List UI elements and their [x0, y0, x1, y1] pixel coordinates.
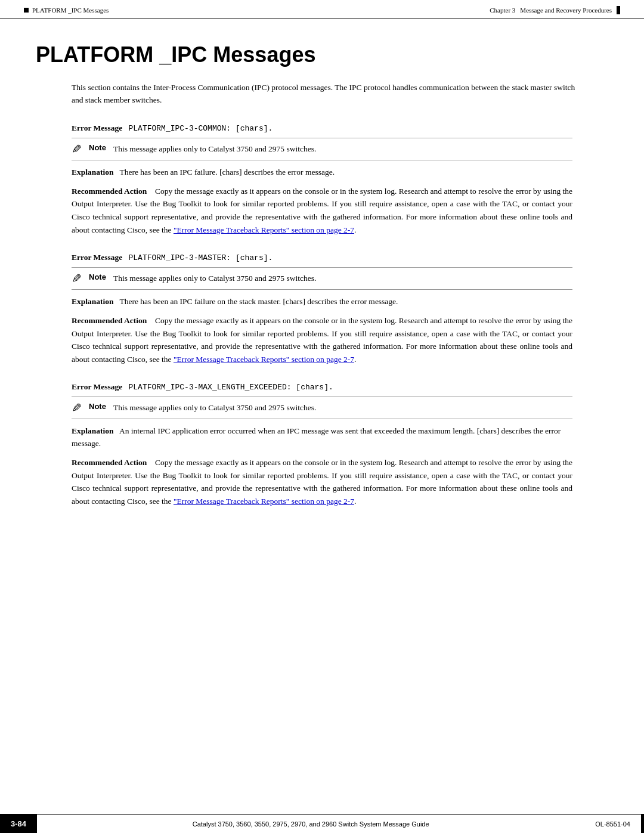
error-code-2: PLATFORM_IPC-3-MASTER: [chars]. [128, 253, 273, 262]
explanation-label-2: Explanation [72, 297, 114, 306]
pencil-icon-2: ✎ [72, 271, 82, 286]
explanation-text-2: There has been an IPC failure on the sta… [119, 297, 398, 306]
recommended-1: Recommended Action Copy the message exac… [72, 185, 572, 236]
note-text-1: This message applies only to Catalyst 37… [113, 143, 316, 155]
recommended-label-3: Recommended Action [72, 458, 147, 467]
note-box-2: ✎ Note This message applies only to Cata… [72, 267, 572, 290]
page-footer: 3-84 Catalyst 3750, 3560, 3550, 2975, 29… [0, 814, 644, 833]
note-label-3: Note [89, 402, 106, 411]
recommended-link-2[interactable]: "Error Message Traceback Reports" sectio… [174, 355, 354, 364]
explanation-text-3: An internal IPC application error occurr… [72, 426, 561, 448]
recommended-link-1[interactable]: "Error Message Traceback Reports" sectio… [174, 225, 354, 234]
error-label-3: Error Message [72, 382, 122, 391]
note-text-2: This message applies only to Catalyst 37… [113, 272, 316, 284]
explanation-label-1: Explanation [72, 168, 114, 176]
footer-page-number: 3-84 [0, 815, 37, 833]
error-section-2: Error Message PLATFORM_IPC-3-MASTER: [ch… [36, 253, 608, 366]
recommended-2: Recommended Action Copy the message exac… [72, 314, 572, 366]
error-section-3: Error Message PLATFORM_IPC-3-MAX_LENGTH_… [36, 382, 608, 507]
recommended-end-3: . [354, 497, 356, 506]
header-bar-icon [617, 6, 620, 14]
page-title: PLATFORM _IPC Messages [36, 42, 608, 67]
error-code-3: PLATFORM_IPC-3-MAX_LENGTH_EXCEEDED: [cha… [128, 383, 333, 392]
explanation-3: Explanation An internal IPC application … [72, 425, 572, 450]
footer-doc-title: Catalyst 3750, 3560, 3550, 2975, 2970, a… [37, 815, 584, 833]
error-code-1: PLATFORM_IPC-3-COMMON: [chars]. [128, 124, 273, 133]
recommended-link-3[interactable]: "Error Message Traceback Reports" sectio… [174, 497, 354, 506]
error-message-line-1: Error Message PLATFORM_IPC-3-COMMON: [ch… [72, 123, 608, 133]
error-label-2: Error Message [72, 253, 122, 262]
header-section-label: PLATFORM _IPC Messages [32, 7, 109, 14]
error-label-1: Error Message [72, 123, 122, 132]
recommended-end-1: . [354, 225, 356, 234]
note-box-3: ✎ Note This message applies only to Cata… [72, 397, 572, 419]
error-section-1: Error Message PLATFORM_IPC-3-COMMON: [ch… [36, 123, 608, 236]
pencil-icon-1: ✎ [72, 142, 82, 156]
header-chapter: Chapter 3 [490, 7, 515, 14]
error-message-line-2: Error Message PLATFORM_IPC-3-MASTER: [ch… [72, 253, 608, 262]
header-left: PLATFORM _IPC Messages [24, 7, 109, 14]
pencil-icon-3: ✎ [72, 401, 82, 415]
explanation-label-3: Explanation [72, 426, 114, 435]
note-label-1: Note [89, 143, 106, 152]
page-header: PLATFORM _IPC Messages Chapter 3 Message… [0, 0, 644, 18]
recommended-label-2: Recommended Action [72, 316, 147, 325]
intro-paragraph: This section contains the Inter-Process … [72, 82, 584, 107]
note-box-1: ✎ Note This message applies only to Cata… [72, 138, 572, 160]
footer-doc-num: OL-8551-04 [584, 815, 641, 833]
explanation-text-1: There has been an IPC failure. [chars] d… [119, 168, 335, 176]
note-text-3: This message applies only to Catalyst 37… [113, 402, 316, 414]
header-chapter-title: Message and Recovery Procedures [520, 7, 612, 14]
explanation-1: Explanation There has been an IPC failur… [72, 166, 572, 179]
recommended-end-2: . [354, 355, 356, 364]
error-message-line-3: Error Message PLATFORM_IPC-3-MAX_LENGTH_… [72, 382, 608, 392]
header-right: Chapter 3 Message and Recovery Procedure… [490, 6, 620, 14]
recommended-label-1: Recommended Action [72, 187, 147, 196]
page-content: PLATFORM _IPC Messages This section cont… [0, 18, 644, 572]
header-square-icon [24, 8, 29, 13]
note-label-2: Note [89, 272, 106, 281]
recommended-3: Recommended Action Copy the message exac… [72, 456, 572, 507]
explanation-2: Explanation There has been an IPC failur… [72, 296, 572, 308]
footer-bar-icon [641, 815, 644, 833]
